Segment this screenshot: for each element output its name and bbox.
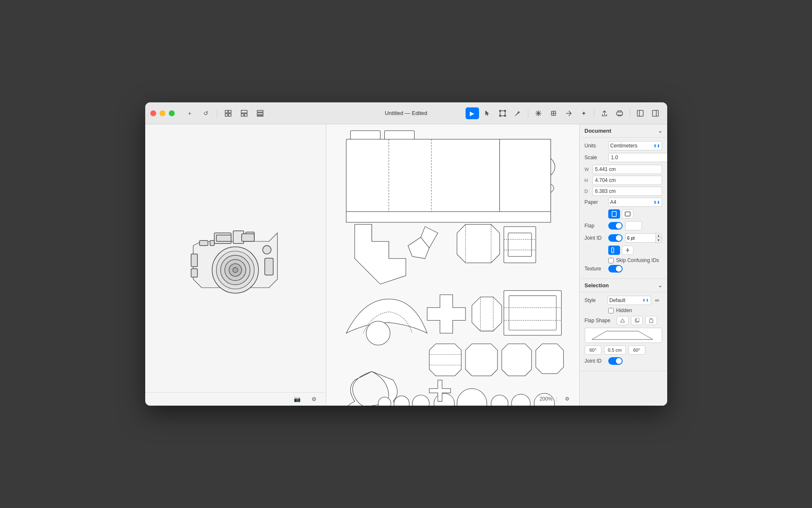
add-button[interactable]: + [183,107,197,119]
flap-label: Flap [585,223,606,229]
pen-tool[interactable] [511,107,524,119]
svg-rect-74 [612,211,616,217]
flap-angle2[interactable]: 60° [628,345,645,355]
flap-angle1[interactable]: 60° [585,345,602,355]
view1-button[interactable] [634,107,647,119]
view2-button[interactable] [649,107,662,119]
texture-toggle[interactable] [608,265,623,273]
patterns-footer: 200% | ⚙ [535,392,579,406]
grid3-button[interactable] [253,107,267,119]
toolbar-separator-3 [594,109,594,118]
svg-point-36 [263,246,271,254]
joint-id-input[interactable] [625,233,655,243]
play-button[interactable]: ▶ [466,107,479,119]
joint-id-style1-button[interactable] [608,246,620,255]
zoom-level: 200% [540,396,553,402]
depth-input[interactable] [592,187,662,196]
joint-id-spinner-buttons: ▲ ▼ [655,233,662,243]
hidden-checkbox[interactable] [608,308,614,313]
joint-id-down-button[interactable]: ▼ [656,238,662,243]
texture-row: Texture [585,265,662,273]
toolbar-separator-1 [217,109,217,118]
svg-rect-28 [191,269,197,277]
zoom-settings-button[interactable]: ⚙ [561,393,574,405]
joint-id-style2-button[interactable] [622,246,634,255]
hidden-row: Hidden [608,307,662,313]
style-arrows-icon: ⬆⬇ [642,298,649,302]
svg-rect-48 [499,139,550,211]
window-title: Untitled — Edited [385,110,427,116]
preview-footer: 📷 ⚙ [145,392,326,406]
landscape-button[interactable] [622,209,634,219]
anchor1-button[interactable] [532,107,545,119]
style-value: Default [610,297,642,303]
settings-footer-button[interactable]: ⚙ [307,393,321,405]
width-row: W [585,165,662,174]
selection-joint-id-toggle[interactable] [608,357,623,365]
flap-shape-copy-button[interactable] [631,316,643,325]
magic-button[interactable]: ✦ [577,107,591,119]
hidden-label: Hidden [616,307,632,313]
svg-point-11 [499,110,501,112]
style-edit-button[interactable]: ✏ [653,296,662,305]
selection-section-content: Style Default ⬆⬇ ✏ Hidden Flap Shape [580,292,667,371]
svg-point-34 [233,267,238,273]
cursor-tool[interactable] [481,107,494,119]
anchor3-button[interactable] [562,107,575,119]
svg-point-13 [499,115,501,117]
transform-tool[interactable] [496,107,509,119]
paper-label: Paper [585,199,606,205]
svg-rect-9 [257,115,263,116]
camera-icon-button[interactable]: 📷 [290,393,304,405]
units-select[interactable]: Centimeters ⬆⬇ [608,141,662,150]
skip-confusing-checkbox[interactable] [608,258,614,263]
joint-id-spinner: ▲ ▼ [625,233,662,243]
flap-color[interactable] [625,221,642,230]
svg-rect-7 [257,110,263,112]
style-select[interactable]: Default ⬆⬇ [607,296,651,305]
flap-shape-triangle-button[interactable] [617,316,628,325]
skip-confusing-row: Skip Confusing IDs [608,257,662,263]
svg-rect-5 [241,114,244,116]
flap-width[interactable]: 0.5 cm [604,345,626,355]
document-chevron-icon: ⌄ [658,128,662,134]
scale-input[interactable] [608,153,667,162]
svg-point-57 [366,321,390,345]
width-input[interactable] [592,165,662,174]
document-section-header[interactable]: Document ⌄ [580,124,667,138]
svg-rect-16 [617,112,623,115]
share-button[interactable] [598,107,611,119]
flap-shape-paste-button[interactable] [645,316,657,325]
style-label: Style [585,297,606,303]
maximize-button[interactable] [169,110,175,116]
flap-toggle[interactable] [608,222,623,230]
grid1-button[interactable] [221,107,235,119]
paper-select[interactable]: A4 ⬆⬇ [608,198,662,207]
height-label: H [585,178,591,183]
document-section-title: Document [585,128,612,134]
height-input[interactable] [592,176,662,185]
height-row: H [585,176,662,185]
skip-confusing-label: Skip Confusing IDs [616,257,659,263]
print-button[interactable] [613,107,626,119]
minimize-button[interactable] [160,110,165,116]
grid2-button[interactable] [237,107,251,119]
3d-preview-canvas[interactable] [145,124,326,392]
joint-id-toggle[interactable] [608,234,623,242]
flap-shape-preview[interactable] [585,328,662,343]
paper-row: Paper A4 ⬆⬇ [585,198,662,207]
selection-section-header[interactable]: Selection ⌄ [580,279,667,292]
units-row: Units Centimeters ⬆⬇ [585,141,662,150]
portrait-button[interactable] [608,209,620,219]
footer-separator: | [556,396,557,402]
refresh-button[interactable]: ↺ [199,107,213,119]
svg-rect-0 [225,110,228,113]
anchor2-button[interactable] [547,107,560,119]
patterns-panel[interactable]: 200% | ⚙ [326,124,580,406]
svg-rect-41 [384,131,414,139]
close-button[interactable] [150,110,156,116]
joint-id-up-button[interactable]: ▲ [656,233,662,238]
svg-rect-47 [346,211,551,222]
right-panel: Document ⌄ Units Centimeters ⬆⬇ Scale [580,124,667,406]
depth-label: D [585,189,591,194]
